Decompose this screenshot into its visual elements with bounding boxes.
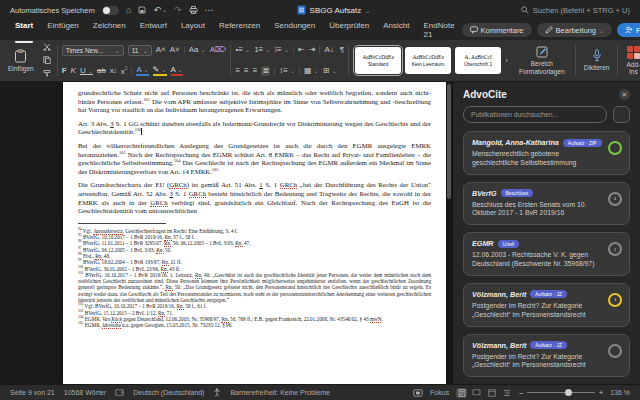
paragraph[interactable]: grundrechtliche Schutz nicht auf Persone… bbox=[78, 89, 431, 115]
undo-icon[interactable]: ↶⌄ bbox=[153, 6, 167, 15]
publications-search-input[interactable]: Publikationen durchsuchen... bbox=[463, 106, 607, 123]
dictate-button[interactable]: Diktieren bbox=[580, 42, 614, 79]
panel-filter-button[interactable] bbox=[613, 106, 630, 123]
language-indicator[interactable]: Deutsch (Deutschland) bbox=[133, 389, 204, 396]
font-color-icon[interactable]: A ⌄ bbox=[171, 66, 183, 76]
document-area: grundrechtliche Schutz nicht auf Persone… bbox=[0, 82, 452, 384]
shrink-font-icon[interactable]: A˅ bbox=[170, 46, 180, 54]
zoom-in-button[interactable]: + bbox=[599, 389, 603, 396]
search-box[interactable]: Suchen (Befehl + STRG + U) bbox=[521, 6, 630, 15]
footnote[interactable]: 105 EGMR, Identoba u.a. gegen Georgien, … bbox=[78, 322, 431, 328]
grow-font-icon[interactable]: A˄ bbox=[156, 46, 166, 54]
font-name-select[interactable]: Times New...⌄ bbox=[62, 45, 124, 56]
autosave-toggle[interactable] bbox=[102, 6, 119, 15]
align-left-icon[interactable]: ≡ bbox=[235, 67, 240, 75]
save-icon[interactable] bbox=[138, 6, 146, 14]
highlight-color-icon[interactable]: ✎ ⌄ bbox=[153, 66, 167, 76]
close-icon[interactable]: ✕ bbox=[619, 89, 630, 100]
editing-mode-button[interactable]: Bearbeitung ⌄ bbox=[537, 23, 612, 37]
italic-button[interactable]: K bbox=[71, 67, 76, 75]
paragraph[interactable]: Bei der völkerrechtsfreundlichen Auslegu… bbox=[78, 142, 431, 176]
superscript-button[interactable]: x2 bbox=[121, 66, 128, 76]
clear-formatting-icon[interactable]: A⌦ bbox=[210, 46, 227, 54]
web-layout-view-icon[interactable] bbox=[486, 388, 497, 398]
footnote-separator bbox=[78, 223, 166, 224]
strikethrough-button[interactable]: ab bbox=[97, 67, 106, 75]
print-layout-view-icon[interactable] bbox=[456, 388, 467, 398]
addins-button[interactable]: Add-Ins bbox=[622, 42, 640, 79]
footnote[interactable]: 101 BVerfG, 10.10.2017 – 1 BvR 2019/16, … bbox=[78, 272, 431, 303]
redo-icon[interactable]: ↷ bbox=[174, 6, 182, 15]
tab-sendungen[interactable]: Sendungen bbox=[267, 18, 322, 42]
print-icon[interactable] bbox=[189, 6, 198, 14]
pilcrow-icon[interactable]: ¶ bbox=[340, 46, 344, 54]
multilevel-list-icon[interactable]: ⁝≡ ⌄ bbox=[275, 46, 289, 54]
styles-pane-button[interactable]: Bereich Formatvorlagen bbox=[513, 42, 571, 79]
zoom-level[interactable]: 136 % bbox=[610, 389, 630, 396]
text-effects-icon[interactable]: A ⌄ bbox=[136, 66, 148, 76]
tab-endnote-21[interactable]: EndNote 21 bbox=[416, 18, 461, 42]
publication-card[interactable]: Völzmann, BeritAufsatz · JZPostgender im… bbox=[463, 283, 630, 327]
line-spacing-icon[interactable]: ↕≡ ⌄ bbox=[279, 67, 295, 75]
publication-card[interactable]: BVerfGBeschlussBeschluss des Ersten Sena… bbox=[463, 182, 630, 226]
card-author: EGMR bbox=[472, 239, 494, 248]
document-scrollbar[interactable] bbox=[447, 84, 451, 199]
style-heading1[interactable]: A. AaBbCcI Überschrift 1 bbox=[455, 47, 501, 74]
paragraph[interactable]: Art. 3 Abs. 3 S. 1 GG schützt daneben eb… bbox=[78, 120, 431, 137]
align-right-icon[interactable]: ≡ bbox=[253, 67, 258, 75]
publication-card[interactable]: EGMRUrteil12.06.2003 - Rechtssache V. K.… bbox=[463, 232, 630, 276]
font-size-select[interactable]: 11⌄ bbox=[128, 45, 152, 56]
outline-view-icon[interactable] bbox=[501, 388, 512, 398]
numbered-list-icon[interactable]: 1≡ ⌄ bbox=[254, 46, 270, 54]
spellcheck-mark: GRCh bbox=[280, 181, 297, 189]
style-no-spacing[interactable]: AaBbCcDdEe Kein Leerraum bbox=[405, 47, 451, 74]
footnote-reference[interactable]: 105 bbox=[212, 166, 218, 171]
read-mode-view-icon[interactable] bbox=[471, 388, 482, 398]
paragraph[interactable]: Die Grundrechtecharta der EU (GRCh) ist … bbox=[78, 181, 431, 215]
home-icon[interactable]: ⌂ bbox=[126, 6, 131, 15]
outdent-icon[interactable]: ⇤ bbox=[298, 46, 305, 54]
indent-icon[interactable]: ⇥ bbox=[309, 46, 316, 54]
paste-button[interactable]: Einfügen bbox=[4, 42, 38, 79]
style-standard[interactable]: AaBbCcDdEe Standard bbox=[355, 47, 401, 74]
proofing-icon[interactable] bbox=[115, 389, 124, 397]
document-page[interactable]: grundrechtliche Schutz nicht auf Persone… bbox=[63, 82, 446, 384]
relevance-ring: 1 bbox=[608, 242, 622, 256]
format-painter-icon[interactable] bbox=[43, 69, 51, 79]
tab--berpr-fen[interactable]: Überprüfen bbox=[322, 18, 376, 42]
zoom-out-button[interactable]: – bbox=[519, 389, 523, 396]
cut-icon[interactable] bbox=[43, 43, 51, 53]
document-title-area[interactable]: SBGG Aufsatz ⌄ bbox=[297, 5, 371, 15]
tab-ansicht[interactable]: Ansicht bbox=[376, 18, 416, 42]
focus-icon bbox=[413, 389, 423, 397]
publication-card[interactable]: Mangold, Anna-KatharinaAufsatz · ZfPMens… bbox=[463, 131, 630, 175]
tab-entwurf[interactable]: Entwurf bbox=[133, 18, 174, 42]
underline-button[interactable]: U ⌄ bbox=[80, 67, 93, 75]
comments-button[interactable]: Kommentare bbox=[462, 23, 532, 37]
align-center-icon[interactable]: ≡ bbox=[244, 67, 249, 75]
zoom-slider[interactable] bbox=[527, 392, 595, 393]
accessibility-status[interactable]: Barrierefreiheit: Keine Probleme bbox=[230, 389, 330, 396]
tab-einf-gen[interactable]: Einfügen bbox=[40, 18, 86, 42]
share-button[interactable]: Freigeben ⌄ bbox=[617, 23, 640, 37]
publication-card[interactable]: Völzmann, BeritAufsatz · JZPostgender im… bbox=[463, 334, 630, 378]
bold-button[interactable]: F bbox=[62, 67, 67, 75]
bullet-list-icon[interactable]: •≡ ⌄ bbox=[235, 46, 250, 54]
tab-start[interactable]: Start bbox=[8, 18, 40, 42]
justify-icon[interactable]: ≣ bbox=[261, 66, 270, 76]
page-indicator[interactable]: Seite 9 von 21 bbox=[10, 389, 55, 396]
gallery-more-icon[interactable]: › bbox=[505, 56, 508, 65]
tab-referenzen[interactable]: Referenzen bbox=[212, 18, 267, 42]
sort-icon[interactable]: A↓ bbox=[324, 46, 333, 54]
tab-zeichnen[interactable]: Zeichnen bbox=[86, 18, 133, 42]
borders-icon[interactable]: ⊞ ⌄ bbox=[323, 67, 337, 75]
word-count[interactable]: 10568 Wörter bbox=[64, 389, 106, 396]
change-case-icon[interactable]: Aa ⌄ bbox=[189, 46, 206, 54]
copy-icon[interactable] bbox=[43, 56, 51, 66]
zoom-slider-knob[interactable] bbox=[565, 389, 572, 396]
focus-toggle[interactable]: Fokus bbox=[430, 389, 449, 396]
subscript-button[interactable]: x2 bbox=[110, 67, 117, 75]
more-icon[interactable]: ⋯ bbox=[205, 6, 214, 15]
shading-icon[interactable]: ▦ ⌄ bbox=[304, 67, 319, 75]
tab-layout[interactable]: Layout bbox=[174, 18, 212, 42]
